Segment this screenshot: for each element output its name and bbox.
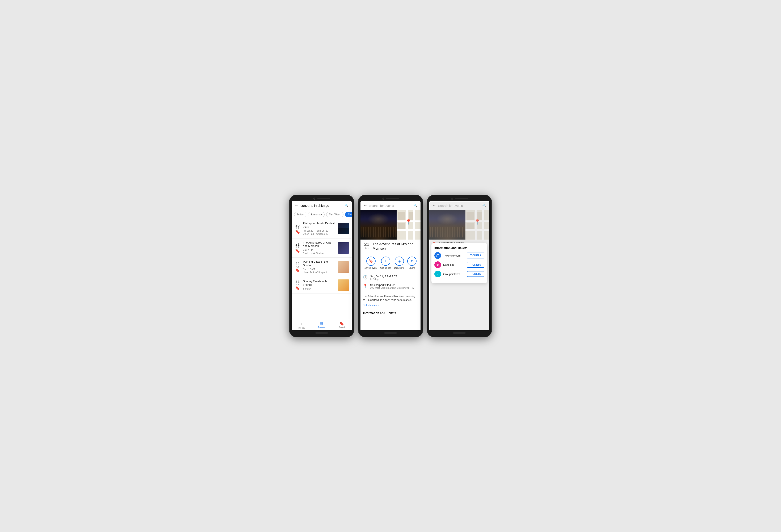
phone-1-camera — [313, 198, 315, 200]
phone-2-top-bar — [361, 198, 420, 200]
info-tickets-title: Information and Tickets — [363, 311, 418, 315]
map-road-h2 — [397, 229, 420, 231]
tickets-modal: Information and Tickets 🏷 Ticketsite.com… — [431, 243, 487, 283]
filter-tomorrow[interactable]: Tomorrow — [308, 212, 325, 217]
map-block-3 — [398, 223, 405, 229]
action-buttons: 🔖 Saved event ✦ Get tickets ◈ Directions… — [363, 254, 418, 272]
map-image: 📍 — [397, 210, 420, 240]
dealhub-button[interactable]: TICKETS — [467, 262, 484, 268]
phone-2-search-icon[interactable]: 🔍 — [413, 204, 418, 208]
phone-3-top-bar — [429, 198, 489, 200]
action-directions[interactable]: ◈ Directions — [394, 256, 404, 269]
event-detail-header: 21 JUL The Adventures of Kira and Morris… — [363, 242, 418, 251]
nav-saved[interactable]: 🔖 Saved — [332, 321, 352, 329]
groupsintown-button[interactable]: TICKETS — [467, 271, 484, 277]
phone-2-camera — [382, 198, 384, 200]
phone-1: ← concerts in chicago 🔍 Today Tomorrow T… — [289, 195, 354, 337]
detail-venue-row: 📍 Snickerpark Stadium 100 West Snickerpa… — [363, 283, 418, 289]
saved-event-icon: 🔖 — [366, 256, 376, 266]
filter-this-week[interactable]: This Week — [326, 212, 343, 217]
filter-this-weekend[interactable]: This Weekend — [345, 212, 352, 217]
phone-2-screen: ← Search for events 🔍 — [361, 201, 420, 330]
search-query: concerts in chicago — [300, 204, 342, 208]
phone-2-search-text[interactable]: Search for events — [369, 204, 411, 207]
event-3-info: Painting Class in the Studio Sun, 12 AM … — [303, 260, 336, 274]
filter-today[interactable]: Today — [294, 212, 306, 217]
event-3-date: 22 JUL 🔖 — [294, 262, 301, 273]
event-2-date: 21 JUL 🔖 — [294, 243, 301, 253]
phone-3: ← Search for events 🔍 📍 — [427, 195, 492, 337]
ticketsite-logo: 🏷 — [435, 252, 441, 259]
dealhub-logo: ★ — [435, 261, 441, 268]
phone-2: ← Search for events 🔍 — [358, 195, 423, 337]
event-item-4[interactable]: 22 JUL 🔖 Sunday Feasts with Friends Sund… — [292, 277, 352, 293]
nav-for-you[interactable]: ＋ For You — [292, 321, 312, 329]
event-detail-body: 21 JUL The Adventures of Kira and Morris… — [361, 240, 420, 330]
event-4-thumb — [338, 279, 349, 291]
phone-1-speaker — [318, 198, 330, 199]
nav-browse-icon: ▦ — [320, 321, 323, 326]
event-item-2[interactable]: 21 JUL 🔖 The Adventures of Kira and Morr… — [292, 239, 352, 258]
detail-time-content: Sat, Jul 21, 7 PM EDT in 2 days — [370, 275, 418, 281]
map-road-v1 — [406, 210, 408, 240]
nav-for-you-icon: ＋ — [300, 321, 303, 326]
groupsintown-name: Groupsintown — [443, 273, 465, 276]
action-saved-event[interactable]: 🔖 Saved event — [365, 256, 377, 269]
share-icon: ⬆ — [407, 256, 416, 266]
map-block-1 — [398, 212, 405, 220]
phone-1-top-bar — [292, 198, 352, 200]
ticket-row-2: ★ DealHub TICKETS — [435, 261, 484, 268]
phone-3-camera — [451, 198, 453, 200]
get-tickets-icon: ✦ — [381, 256, 390, 266]
search-icon[interactable]: 🔍 — [344, 204, 349, 208]
ticketsite-button[interactable]: TICKETS — [467, 253, 484, 258]
phone-3-speaker — [455, 198, 468, 199]
directions-icon: ◈ — [395, 256, 404, 266]
phone-2-bottom-bar — [384, 332, 397, 334]
map-pin: 📍 — [405, 219, 412, 225]
event-detail-date: 21 JUL — [363, 242, 371, 251]
event-1-thumb — [338, 223, 349, 234]
dealhub-name: DealHub — [443, 263, 465, 267]
event-link[interactable]: Ticketsite.com — [363, 304, 379, 307]
event-4-bookmark[interactable]: 🔖 — [295, 286, 300, 290]
phone-1-bottom-bar — [315, 332, 328, 334]
event-2-info: The Adventures of Kira and Morrison Sat,… — [303, 241, 336, 255]
map-grid — [397, 210, 420, 240]
filter-tabs: Today Tomorrow This Week This Weekend — [292, 210, 352, 219]
event-2-bookmark[interactable]: 🔖 — [295, 249, 300, 253]
event-4-date: 22 JUL 🔖 — [294, 280, 301, 290]
bottom-nav: ＋ For You ▦ Browse 🔖 Saved — [292, 320, 352, 330]
event-3-bookmark[interactable]: 🔖 — [295, 268, 300, 273]
concert-image — [361, 210, 397, 240]
back-icon[interactable]: ← — [294, 203, 298, 208]
phone-2-search-bar: ← Search for events 🔍 — [361, 201, 420, 210]
event-1-bookmark[interactable]: 🔖 — [295, 230, 300, 234]
divider-1 — [363, 292, 418, 292]
phone-2-back-icon[interactable]: ← — [363, 203, 367, 208]
event-1-info: Pitchspoon Music Festival 2018 Fri, Jul … — [303, 222, 336, 236]
modal-title: Information and Tickets — [435, 246, 484, 250]
action-share[interactable]: ⬆ Share — [407, 256, 416, 269]
detail-venue-content: Snickerpark Stadium 100 West Snickerpark… — [370, 283, 418, 289]
ticket-row-1: 🏷 Ticketsite.com TICKETS — [435, 252, 484, 259]
map-road-v2 — [413, 210, 415, 240]
phone-3-screen: ← Search for events 🔍 📍 — [429, 201, 489, 330]
nav-browse[interactable]: ▦ Browse — [312, 321, 331, 329]
event-description: The Adventures of Kira and Morrison is c… — [363, 294, 418, 302]
phone-1-screen: ← concerts in chicago 🔍 Today Tomorrow T… — [292, 201, 352, 330]
event-item-1[interactable]: 20 JUL 🔖 Pitchspoon Music Festival 2018 … — [292, 219, 352, 239]
nav-saved-icon: 🔖 — [339, 321, 344, 326]
action-get-tickets[interactable]: ✦ Get tickets — [380, 256, 391, 269]
event-list: 20 JUL 🔖 Pitchspoon Music Festival 2018 … — [292, 219, 352, 320]
event-3-thumb — [338, 261, 349, 273]
ticketsite-name: Ticketsite.com — [443, 254, 465, 257]
clock-icon: 🕐 — [363, 275, 368, 280]
ticket-row-3: ♪ Groupsintown TICKETS — [435, 271, 484, 277]
detail-time-row: 🕐 Sat, Jul 21, 7 PM EDT in 2 days — [363, 275, 418, 281]
event-header-image: 📍 — [361, 210, 420, 240]
event-2-thumb — [338, 242, 349, 254]
map-block-2 — [409, 212, 413, 220]
event-item-3[interactable]: 22 JUL 🔖 Painting Class in the Studio Su… — [292, 258, 352, 277]
phone-3-bottom-bar — [453, 332, 466, 334]
